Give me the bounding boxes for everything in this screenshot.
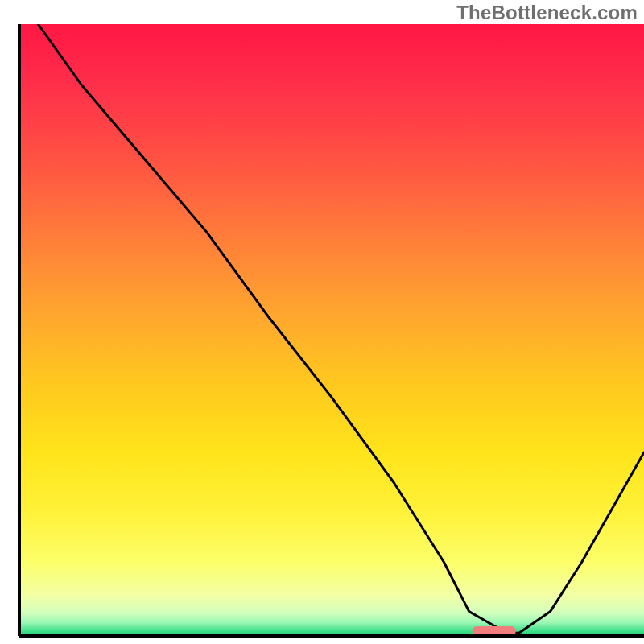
gradient-background (19, 24, 644, 636)
chart-canvas: TheBottleneck.com (0, 0, 644, 644)
bottleneck-chart (0, 0, 644, 644)
watermark-text: TheBottleneck.com (456, 2, 638, 24)
